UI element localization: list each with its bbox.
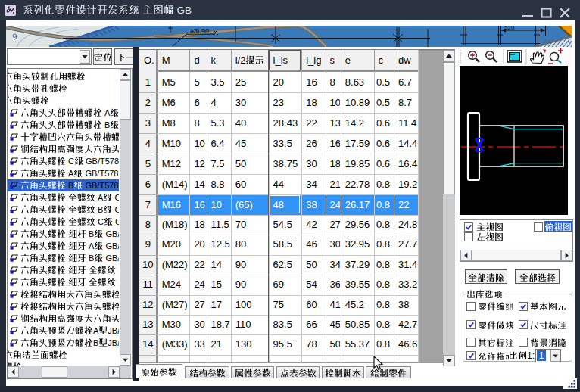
svg-text:520: 520 [504, 26, 515, 31]
svg-text:11: 11 [88, 41, 93, 46]
svg-text:a3\ 90: a3\ 90 [190, 27, 209, 35]
